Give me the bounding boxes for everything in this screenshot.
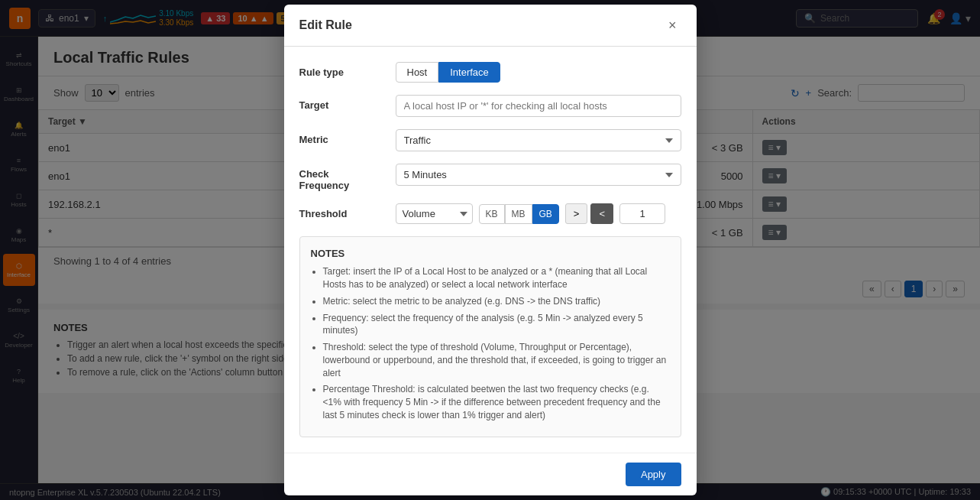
direction-buttons: > < [565, 203, 613, 224]
threshold-row: Threshold Volume Throughput Percentage K… [299, 203, 681, 224]
modal-notes-list: Target: insert the IP of a Local Host to… [311, 265, 670, 422]
unit-btn-gb[interactable]: GB [532, 204, 559, 224]
modal-footer: Apply [284, 453, 697, 495]
modal-overlay[interactable]: Edit Rule × Rule type Host Interface Tar… [0, 0, 980, 500]
rule-btn-interface[interactable]: Interface [438, 62, 500, 83]
apply-button[interactable]: Apply [626, 463, 681, 486]
unit-buttons: KB MB GB [479, 204, 559, 224]
modal-header: Edit Rule × [284, 5, 697, 47]
metric-control: Traffic DNS HTTP ICMP [396, 129, 681, 151]
frequency-row: CheckFrequency 1 Minute 5 Minutes 10 Min… [299, 164, 681, 191]
modal-notes-item: Threshold: select the type of threshold … [323, 341, 670, 379]
frequency-select[interactable]: 1 Minute 5 Minutes 10 Minutes 30 Minutes [396, 164, 681, 186]
modal-title: Edit Rule [299, 18, 352, 32]
dir-btn-greater[interactable]: > [565, 203, 588, 224]
rule-type-control: Host Interface [396, 62, 681, 83]
modal-notes-item: Percentage Threshold: is calculated beet… [323, 383, 670, 421]
threshold-controls: Volume Throughput Percentage KB MB GB > … [396, 203, 681, 224]
edit-rule-modal: Edit Rule × Rule type Host Interface Tar… [284, 5, 697, 495]
threshold-type-select[interactable]: Volume Throughput Percentage [396, 203, 473, 224]
rule-btn-host[interactable]: Host [396, 62, 439, 83]
modal-notes-item: Metric: select the metric to be analyzed… [323, 295, 670, 308]
rule-type-buttons: Host Interface [396, 62, 681, 83]
rule-type-row: Rule type Host Interface [299, 62, 681, 83]
target-input[interactable] [396, 95, 681, 117]
modal-notes-box: NOTES Target: insert the IP of a Local H… [299, 236, 681, 437]
modal-notes-title: NOTES [311, 248, 670, 259]
modal-body: Rule type Host Interface Target Metric [284, 47, 697, 453]
target-row: Target [299, 95, 681, 117]
target-label: Target [299, 95, 383, 111]
modal-close-button[interactable]: × [664, 17, 681, 34]
metric-select[interactable]: Traffic DNS HTTP ICMP [396, 129, 681, 151]
metric-row: Metric Traffic DNS HTTP ICMP [299, 129, 681, 151]
unit-btn-kb[interactable]: KB [479, 204, 505, 224]
dir-btn-less[interactable]: < [590, 203, 613, 224]
frequency-label: CheckFrequency [299, 164, 383, 191]
threshold-value-input[interactable] [619, 203, 665, 224]
threshold-control: Volume Throughput Percentage KB MB GB > … [396, 203, 681, 224]
target-control [396, 95, 681, 117]
frequency-control: 1 Minute 5 Minutes 10 Minutes 30 Minutes [396, 164, 681, 186]
modal-notes-item: Target: insert the IP of a Local Host to… [323, 265, 670, 291]
threshold-label: Threshold [299, 203, 383, 219]
unit-btn-mb[interactable]: MB [505, 204, 532, 224]
metric-label: Metric [299, 129, 383, 145]
modal-notes-item: Frequency: select the frequency of the a… [323, 312, 670, 338]
rule-type-label: Rule type [299, 62, 383, 78]
